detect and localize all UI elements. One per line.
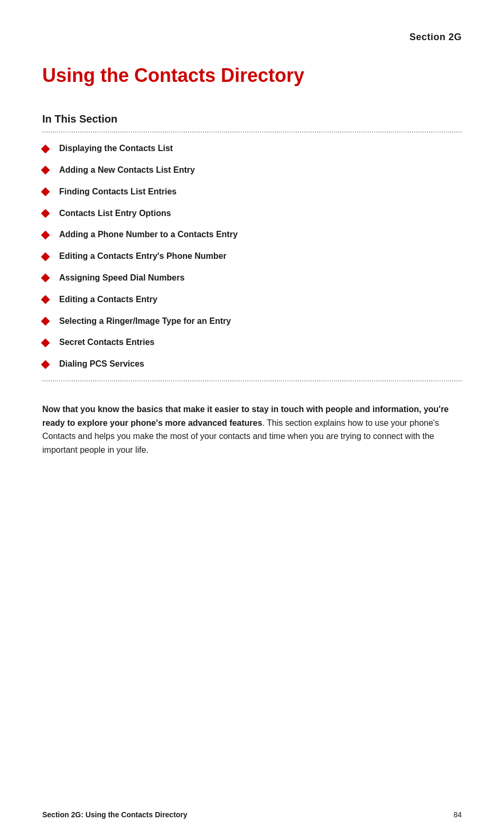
diamond-icon: [41, 274, 50, 283]
divider-top: [42, 132, 462, 133]
toc-item: Dialing PCS Services: [42, 359, 462, 370]
diamond-icon: [41, 230, 50, 239]
toc-item-label: Contacts List Entry Options: [59, 208, 171, 219]
page-container: Section 2G Using the Contacts Directory …: [0, 0, 504, 840]
footer-right: 84: [453, 810, 462, 819]
toc-item: Contacts List Entry Options: [42, 208, 462, 219]
in-this-section-heading: In This Section: [42, 113, 462, 125]
toc-list: Displaying the Contacts ListAdding a New…: [42, 143, 462, 370]
toc-item: Adding a New Contacts List Entry: [42, 165, 462, 176]
diamond-icon: [41, 144, 50, 153]
toc-item-label: Editing a Contacts Entry: [59, 294, 157, 305]
toc-item-label: Secret Contacts Entries: [59, 337, 155, 348]
toc-item: Adding a Phone Number to a Contacts Entr…: [42, 229, 462, 240]
diamond-icon: [41, 166, 50, 175]
toc-item: Assigning Speed Dial Numbers: [42, 273, 462, 284]
toc-item: Selecting a Ringer/Image Type for an Ent…: [42, 316, 462, 327]
toc-item-label: Finding Contacts List Entries: [59, 186, 176, 198]
toc-item-label: Selecting a Ringer/Image Type for an Ent…: [59, 316, 231, 327]
diamond-icon: [41, 295, 50, 304]
toc-item-label: Adding a New Contacts List Entry: [59, 165, 195, 176]
toc-item: Secret Contacts Entries: [42, 337, 462, 348]
toc-item: Finding Contacts List Entries: [42, 186, 462, 198]
toc-item-label: Dialing PCS Services: [59, 359, 144, 370]
page-title: Using the Contacts Directory: [42, 64, 462, 87]
diamond-icon: [41, 338, 50, 347]
footer-left: Section 2G: Using the Contacts Directory: [42, 810, 188, 819]
toc-item: Editing a Contacts Entry: [42, 294, 462, 305]
footer: Section 2G: Using the Contacts Directory…: [42, 810, 462, 819]
diamond-icon: [41, 360, 50, 369]
toc-item-label: Assigning Speed Dial Numbers: [59, 273, 184, 284]
toc-item-label: Displaying the Contacts List: [59, 143, 173, 154]
diamond-icon: [41, 252, 50, 261]
diamond-icon: [41, 316, 50, 325]
diamond-icon: [41, 188, 50, 197]
divider-bottom: [42, 380, 462, 381]
toc-item: Editing a Contacts Entry's Phone Number: [42, 251, 462, 262]
toc-item-label: Adding a Phone Number to a Contacts Entr…: [59, 229, 238, 240]
body-paragraph: Now that you know the basics that make i…: [42, 403, 462, 456]
toc-item: Displaying the Contacts List: [42, 143, 462, 154]
toc-item-label: Editing a Contacts Entry's Phone Number: [59, 251, 227, 262]
diamond-icon: [41, 209, 50, 218]
section-label: Section 2G: [42, 32, 462, 43]
